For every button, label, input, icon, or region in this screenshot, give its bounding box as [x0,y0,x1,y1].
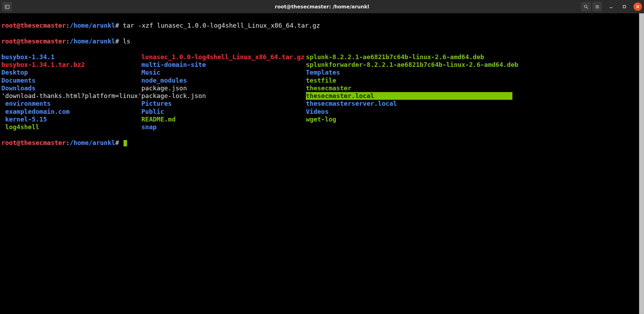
svg-rect-7 [623,6,626,8]
list-item: splunk-8.2.2.1-ae6821b7c64b-linux-2.6-am… [306,53,512,61]
terminal-line: root@thesecmaster:/home/arunkl# [1,139,643,147]
list-item: thesecmaster.local [306,92,512,100]
list-item: thesecmasterserver.local [306,100,512,107]
ls-col-2: lunasec_1.0.0-log4shell_Linux_x86_64.tar… [141,53,306,131]
list-item: Pictures [141,100,306,107]
scrollbar[interactable] [639,13,644,314]
search-icon [583,4,589,9]
list-item: testfile [306,77,512,84]
svg-line-2 [587,7,588,9]
close-button[interactable] [634,2,642,11]
list-item: exampledomain.com [1,108,141,116]
terminal-tab-icon [5,4,10,9]
list-item: kernel-5.15 [1,116,141,123]
list-item: wget-log [306,116,512,123]
new-tab-button[interactable] [2,2,12,12]
maximize-button[interactable] [620,2,629,11]
list-item: lunasec_1.0.0-log4shell_Linux_x86_64.tar… [141,53,306,61]
list-item: package-lock.json [141,92,306,100]
list-item: splunkforwarder-8.2.2.1-ae6821b7c64b-lin… [306,61,512,69]
list-item: Videos [306,108,512,116]
hamburger-icon [595,4,600,9]
command-text: tar -xzf lunasec_1.0.0-log4shell_Linux_x… [123,22,320,29]
list-item: busybox-1.34.1 [1,53,141,61]
list-item: README.md [141,116,306,123]
menu-button[interactable] [592,2,602,12]
list-item: multi-domain-site [141,61,306,69]
prompt-path: /home/arunkl [70,22,115,29]
window-title: root@thesecmaster: /home/arunkl [0,4,644,9]
list-item: thesecmaster [306,84,512,92]
list-item: Public [141,108,306,116]
terminal-line: root@thesecmaster:/home/arunkl# tar -xzf… [1,22,643,29]
terminal-line: root@thesecmaster:/home/arunkl# ls [1,37,643,45]
terminal-output[interactable]: root@thesecmaster:/home/arunkl# tar -xzf… [0,13,644,314]
prompt-path: /home/arunkl [70,37,115,45]
scrollbar-thumb[interactable] [639,13,644,314]
cursor [124,140,127,146]
prompt-user: root@thesecmaster [1,37,66,45]
minimize-icon [609,5,613,8]
prompt-path: /home/arunkl [70,139,115,146]
list-item: node_modules [141,77,306,84]
svg-point-1 [584,5,587,8]
maximize-icon [623,5,626,8]
list-item: Music [141,69,306,76]
list-item: environments [1,100,141,107]
list-item: Templates [306,69,512,76]
list-item: 'download-thanks.html?platform=linux' [1,92,141,100]
list-item: busybox-1.34.1.tar.bz2 [1,61,141,69]
titlebar: root@thesecmaster: /home/arunkl [0,0,644,13]
list-item: package.json [141,84,306,92]
prompt-user: root@thesecmaster [1,22,66,29]
minimize-button[interactable] [607,2,615,11]
ls-col-1: busybox-1.34.1 busybox-1.34.1.tar.bz2 De… [1,53,141,131]
list-item: Downloads [1,84,141,92]
close-icon [636,5,639,8]
ls-output: busybox-1.34.1 busybox-1.34.1.tar.bz2 De… [1,53,643,131]
command-text: ls [123,37,131,45]
list-item: Documents [1,77,141,84]
ls-col-3: splunk-8.2.2.1-ae6821b7c64b-linux-2.6-am… [306,53,512,131]
search-button[interactable] [581,2,591,12]
prompt-user: root@thesecmaster [1,139,66,146]
list-item: snap [141,123,306,131]
list-item: Desktop [1,69,141,76]
list-item: log4shell [1,123,141,131]
